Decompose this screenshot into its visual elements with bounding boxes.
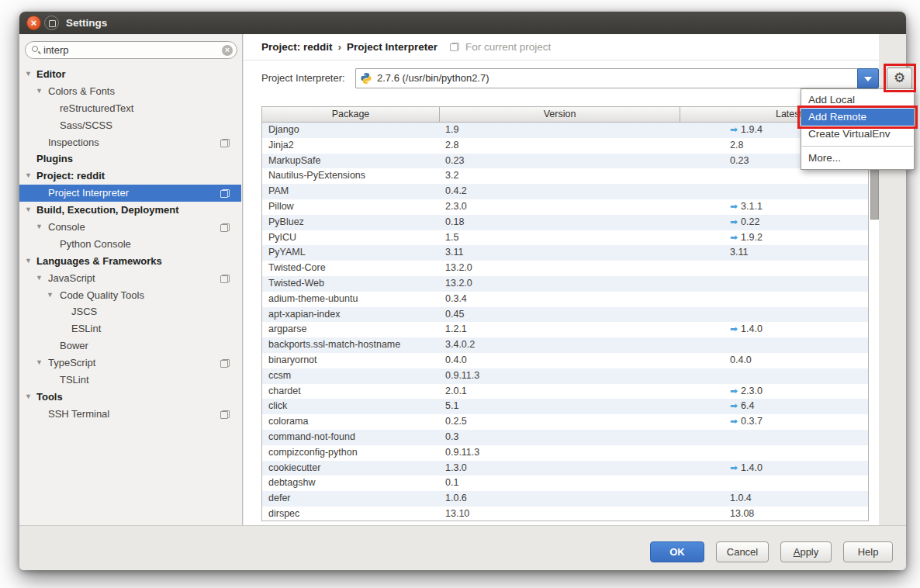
sidebar-item-label: SSH Terminal xyxy=(48,406,109,423)
sidebar-item-editor[interactable]: ▼Editor xyxy=(19,66,241,83)
table-row[interactable]: PyYAML3.113.11 xyxy=(262,245,868,261)
sidebar-item-project-reddit[interactable]: ▼Project: reddit xyxy=(19,168,241,185)
table-row[interactable]: compizconfig-python0.9.11.3 xyxy=(262,445,868,461)
sidebar-item-label: JSCS xyxy=(71,303,97,320)
sidebar-item-javascript[interactable]: ▼JavaScript xyxy=(19,270,241,287)
table-row[interactable]: Django1.9➡1.9.4 xyxy=(262,123,868,138)
sidebar-item-jscs[interactable]: JSCS xyxy=(19,303,241,320)
expand-arrow-icon[interactable]: ▼ xyxy=(36,83,43,100)
table-row[interactable]: cookiecutter1.3.0➡1.4.0 xyxy=(262,461,868,476)
cell-version: 13.2.0 xyxy=(439,261,680,276)
expand-arrow-icon[interactable]: ▼ xyxy=(25,389,32,406)
expand-arrow-icon[interactable]: ▼ xyxy=(25,66,32,83)
search-input[interactable] xyxy=(43,42,214,58)
sidebar-item-tslint[interactable]: TSLint xyxy=(19,372,241,389)
column-header-version[interactable]: Version xyxy=(439,107,680,122)
current-project-icon xyxy=(220,359,230,368)
cell-latest xyxy=(680,292,868,307)
menu-item-add-local[interactable]: Add Local xyxy=(801,92,914,109)
table-row[interactable]: debtagshw0.1 xyxy=(262,476,868,491)
settings-search[interactable] xyxy=(25,41,237,59)
table-row[interactable]: Twisted-Web13.2.0 xyxy=(262,276,868,292)
table-row[interactable]: PyBluez0.18➡0.22 xyxy=(262,215,868,230)
gear-button[interactable]: ⚙ xyxy=(887,67,912,89)
table-row[interactable]: Nautilus-PyExtensions3.2 xyxy=(262,168,868,184)
table-row[interactable]: apt-xapian-index0.45 xyxy=(262,307,868,323)
cancel-button[interactable]: Cancel xyxy=(716,541,769,562)
help-button[interactable]: Help xyxy=(843,541,893,562)
table-row[interactable]: PyICU1.5➡1.9.2 xyxy=(262,230,868,246)
menu-separator xyxy=(802,146,913,147)
menu-item-create-virtualenv[interactable]: Create VirtualEnv xyxy=(801,126,914,143)
titlebar: Settings xyxy=(19,12,906,34)
expand-arrow-icon[interactable]: ▼ xyxy=(25,253,32,270)
expand-arrow-icon[interactable]: ▼ xyxy=(36,219,43,236)
sidebar-item-colors-fonts[interactable]: ▼Colors & Fonts xyxy=(19,83,241,100)
update-arrow-icon: ➡ xyxy=(730,400,738,411)
cell-latest: 1.0.4 xyxy=(680,491,868,507)
cell-latest: ➡2.3.0 xyxy=(680,384,868,399)
table-row[interactable]: Jinja22.82.8 xyxy=(262,138,868,154)
cell-package: command-not-found xyxy=(262,430,439,445)
table-row[interactable]: colorama0.2.5➡0.3.7 xyxy=(262,414,868,430)
sidebar-item-build-execution-deployment[interactable]: ▼Build, Execution, Deployment xyxy=(19,202,241,219)
sidebar-item-label: Project: reddit xyxy=(36,168,105,185)
table-row[interactable]: argparse1.2.1➡1.4.0 xyxy=(262,322,868,337)
sidebar-item-label: Plugins xyxy=(36,150,73,168)
sidebar-item-tools[interactable]: ▼Tools xyxy=(19,389,241,406)
cell-latest xyxy=(680,184,868,199)
cell-version: 0.2.5 xyxy=(439,414,680,430)
interpreter-combobox[interactable]: 2.7.6 (/usr/bin/python2.7) xyxy=(355,68,857,88)
sidebar-item-languages-frameworks[interactable]: ▼Languages & Frameworks xyxy=(19,253,241,270)
sidebar-item-bower[interactable]: Bower xyxy=(19,337,241,355)
table-row[interactable]: MarkupSafe0.230.23 xyxy=(262,154,868,169)
table-row[interactable]: chardet2.0.1➡2.3.0 xyxy=(262,384,868,399)
cell-latest xyxy=(680,307,868,323)
sidebar-item-sass-scss[interactable]: Sass/SCSS xyxy=(19,117,241,134)
sidebar-item-eslint[interactable]: ESLint xyxy=(19,320,241,337)
cell-package: click xyxy=(262,399,439,414)
table-row[interactable]: adium-theme-ubuntu0.3.4 xyxy=(262,292,868,307)
sidebar-item-plugins[interactable]: Plugins xyxy=(19,150,241,168)
cell-version: 0.9.11.3 xyxy=(439,445,680,461)
sidebar-item-restructuredtext[interactable]: reStructuredText xyxy=(19,100,241,117)
table-row[interactable]: command-not-found0.3 xyxy=(262,430,868,445)
sidebar-item-project-interpreter[interactable]: Project Interpreter xyxy=(19,185,241,202)
table-row[interactable]: Pillow2.3.0➡3.1.1 xyxy=(262,199,868,215)
table-row[interactable]: backports.ssl-match-hostname3.4.0.2 xyxy=(262,337,868,353)
column-header-package[interactable]: Package xyxy=(262,107,439,122)
ok-button[interactable]: OK xyxy=(650,541,704,562)
clear-search-icon[interactable] xyxy=(222,45,233,56)
sidebar-item-inspections[interactable]: Inspections xyxy=(19,134,241,151)
menu-item-add-remote[interactable]: Add Remote xyxy=(801,109,914,126)
table-row[interactable]: PAM0.4.2 xyxy=(262,184,868,199)
interpreter-dropdown-button[interactable] xyxy=(857,68,879,88)
close-icon[interactable] xyxy=(26,16,41,30)
sidebar-item-code-quality-tools[interactable]: ▼Code Quality Tools xyxy=(19,287,241,304)
expand-arrow-icon[interactable]: ▼ xyxy=(36,270,43,287)
sidebar-item-console[interactable]: ▼Console xyxy=(19,219,241,236)
expand-arrow-icon[interactable]: ▼ xyxy=(36,355,43,372)
expand-arrow-icon[interactable]: ▼ xyxy=(25,168,32,185)
table-row[interactable]: binaryornot0.4.00.4.0 xyxy=(262,353,868,368)
table-row[interactable]: defer1.0.61.0.4 xyxy=(262,491,868,507)
table-row[interactable]: dirspec13.1013.08 xyxy=(262,507,868,521)
menu-item-more-[interactable]: More... xyxy=(801,150,914,167)
table-row[interactable]: ccsm0.9.11.3 xyxy=(262,368,868,384)
current-project-icon xyxy=(220,223,230,232)
sidebar-item-python-console[interactable]: Python Console xyxy=(19,236,241,253)
cell-latest xyxy=(680,168,868,184)
sidebar-item-label: JavaScript xyxy=(48,270,95,287)
cell-package: argparse xyxy=(262,322,439,337)
sidebar-item-ssh-terminal[interactable]: SSH Terminal xyxy=(19,406,241,423)
update-arrow-icon: ➡ xyxy=(730,462,738,473)
expand-arrow-icon[interactable]: ▼ xyxy=(25,202,32,219)
maximize-icon[interactable] xyxy=(44,16,59,30)
apply-button[interactable]: Apply xyxy=(780,541,832,562)
update-arrow-icon: ➡ xyxy=(730,416,738,427)
cell-package: adium-theme-ubuntu xyxy=(262,292,439,307)
expand-arrow-icon[interactable]: ▼ xyxy=(47,287,54,304)
table-row[interactable]: Twisted-Core13.2.0 xyxy=(262,261,868,276)
sidebar-item-typescript[interactable]: ▼TypeScript xyxy=(19,355,241,372)
table-row[interactable]: click5.1➡6.4 xyxy=(262,399,868,414)
